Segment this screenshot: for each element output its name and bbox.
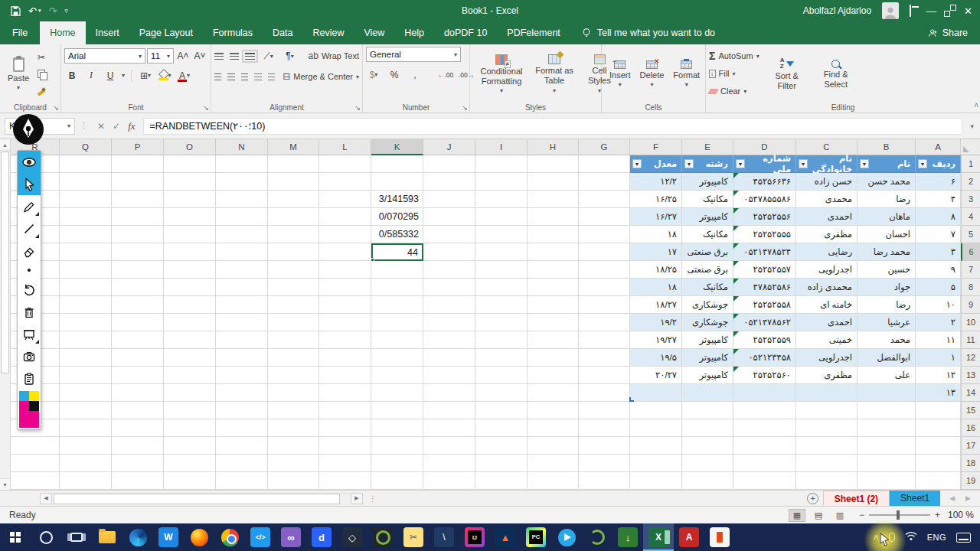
cell-N6[interactable] bbox=[216, 243, 268, 261]
cell-G16[interactable] bbox=[579, 419, 630, 437]
row-header-17[interactable]: 17 bbox=[961, 437, 980, 455]
cell-L1[interactable] bbox=[319, 155, 371, 173]
cell-F5[interactable]: ۱۸ bbox=[630, 226, 682, 243]
cell-E7[interactable]: برق صنعتی bbox=[682, 261, 733, 279]
cell-O19[interactable] bbox=[164, 472, 216, 490]
cell-Q10[interactable] bbox=[60, 314, 112, 331]
cell-F2[interactable]: ۱۲/۲ bbox=[630, 173, 682, 191]
cell-P8[interactable] bbox=[112, 279, 164, 296]
cell-Q5[interactable] bbox=[60, 226, 112, 243]
cell-I12[interactable] bbox=[475, 349, 528, 367]
cell-G17[interactable] bbox=[579, 437, 630, 455]
row-header-11[interactable]: 11 bbox=[961, 331, 980, 349]
filter-dropdown-icon[interactable]: ▼ bbox=[684, 159, 694, 168]
column-header-O[interactable]: O bbox=[164, 139, 216, 155]
cell-N11[interactable] bbox=[216, 331, 268, 349]
cell-G5[interactable] bbox=[579, 226, 630, 243]
page-layout-view-button[interactable]: ▤ bbox=[810, 509, 827, 522]
cell-N19[interactable] bbox=[216, 472, 268, 490]
cell-H16[interactable] bbox=[528, 419, 579, 437]
fill-button[interactable]: ↓Fill▾ bbox=[709, 66, 760, 81]
row-header-3[interactable]: 3 bbox=[961, 191, 980, 208]
cell-Q2[interactable] bbox=[60, 173, 112, 191]
cell-C7[interactable]: اجدرلویی bbox=[796, 261, 858, 279]
cell-L3[interactable] bbox=[319, 191, 371, 208]
cell-G11[interactable] bbox=[579, 331, 630, 349]
tab-help[interactable]: Help bbox=[394, 21, 434, 44]
cell-C19[interactable] bbox=[796, 472, 858, 490]
cell-L12[interactable] bbox=[319, 349, 371, 367]
cell-D13[interactable]: ۲۵۲۵۲۵۶۰ bbox=[733, 367, 796, 384]
cell-E13[interactable]: کامپیوتر bbox=[682, 367, 733, 384]
minimize-button[interactable]: — bbox=[926, 6, 936, 16]
cell-P19[interactable] bbox=[112, 472, 164, 490]
horizontal-scroll-thumb[interactable] bbox=[54, 494, 340, 504]
cell-H6[interactable] bbox=[528, 243, 579, 261]
cell-C5[interactable]: مظفری bbox=[796, 226, 858, 243]
column-header-B[interactable]: B bbox=[858, 139, 916, 155]
cell-E2[interactable]: کامپیوتر bbox=[682, 173, 733, 191]
cell-B5[interactable]: احسان bbox=[858, 226, 916, 243]
conditional-formatting-button[interactable]: Conditional Formatting ▾ bbox=[473, 47, 530, 102]
insert-cells-button[interactable]: Insert▾ bbox=[605, 47, 635, 102]
cell-O4[interactable] bbox=[164, 208, 216, 226]
cell-B6[interactable]: محمد رضا bbox=[858, 243, 916, 261]
cell-O13[interactable] bbox=[164, 367, 216, 384]
cell-D4[interactable]: ۲۵۲۵۲۵۵۶ bbox=[733, 208, 796, 226]
cell-I1[interactable] bbox=[475, 155, 528, 173]
cell-F18[interactable] bbox=[630, 455, 682, 472]
cell-A2[interactable]: ۶ bbox=[916, 173, 961, 191]
edge-icon[interactable] bbox=[122, 523, 153, 551]
annotation-color-palette[interactable] bbox=[19, 391, 39, 428]
cell-J12[interactable] bbox=[423, 349, 475, 367]
cell-B9[interactable]: رضا bbox=[858, 296, 916, 314]
fill-color-icon[interactable]: ▾ bbox=[157, 68, 172, 83]
cell-M6[interactable] bbox=[268, 243, 319, 261]
save-icon[interactable] bbox=[11, 6, 21, 16]
wrap-text-button[interactable]: abWrap Text bbox=[309, 48, 359, 64]
cell-F9[interactable]: ۱۸/۲۷ bbox=[630, 296, 682, 314]
cell-E12[interactable]: کامپیوتر bbox=[682, 349, 733, 367]
cell-O18[interactable] bbox=[164, 455, 216, 472]
cell-N5[interactable] bbox=[216, 226, 268, 243]
cell-J8[interactable] bbox=[423, 279, 475, 296]
row-header-6[interactable]: 6 bbox=[961, 243, 980, 261]
cut-icon[interactable]: ✂ bbox=[34, 50, 49, 64]
scroll-right-arrow[interactable]: ▶ bbox=[351, 493, 363, 504]
cell-I14[interactable] bbox=[475, 384, 528, 402]
increase-decimal-icon[interactable]: ←.00 bbox=[438, 67, 453, 82]
cell-A5[interactable]: ۷ bbox=[916, 226, 961, 243]
color-cyan-swatch[interactable] bbox=[19, 391, 29, 401]
cell-I16[interactable] bbox=[475, 419, 528, 437]
column-header-N[interactable]: N bbox=[216, 139, 268, 155]
cell-F14[interactable] bbox=[630, 384, 682, 402]
cell-M18[interactable] bbox=[268, 455, 319, 472]
cell-L4[interactable] bbox=[319, 208, 371, 226]
cell-Q19[interactable] bbox=[60, 472, 112, 490]
cell-O7[interactable] bbox=[164, 261, 216, 279]
pycharm-icon[interactable]: PC bbox=[521, 523, 551, 551]
cell-R19[interactable] bbox=[11, 472, 60, 490]
intellij-icon[interactable]: IJ bbox=[459, 523, 490, 551]
paste-button[interactable]: Paste ▾ bbox=[3, 47, 34, 102]
filter-dropdown-icon[interactable]: ▼ bbox=[799, 159, 808, 168]
cell-Q9[interactable] bbox=[60, 296, 112, 314]
cell-E18[interactable] bbox=[682, 455, 733, 472]
cell-B17[interactable] bbox=[858, 437, 916, 455]
cell-G6[interactable] bbox=[579, 243, 630, 261]
cell-L11[interactable] bbox=[319, 331, 371, 349]
cell-E6[interactable]: برق صنعتی bbox=[682, 243, 733, 261]
merge-center-button[interactable]: ⊟Merge & Center▾ bbox=[283, 69, 359, 84]
cell-H2[interactable] bbox=[528, 173, 579, 191]
column-header-P[interactable]: P bbox=[112, 139, 164, 155]
chrome-icon[interactable] bbox=[214, 523, 245, 551]
cell-Q6[interactable] bbox=[60, 243, 112, 261]
cell-J1[interactable] bbox=[423, 155, 475, 173]
cell-M2[interactable] bbox=[268, 173, 319, 191]
row-header-8[interactable]: 8 bbox=[961, 279, 980, 296]
cell-N4[interactable] bbox=[216, 208, 268, 226]
tab-review[interactable]: Review bbox=[302, 21, 354, 44]
row-header-4[interactable]: 4 bbox=[961, 208, 980, 226]
cell-D10[interactable]: ۰۵۲۱۴۷۸۵۶۲ bbox=[733, 314, 796, 331]
cell-A17[interactable] bbox=[916, 437, 961, 455]
